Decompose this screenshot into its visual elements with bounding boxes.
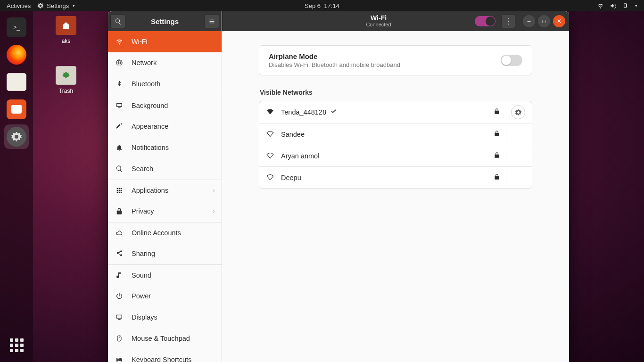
sidebar-item-search[interactable]: Search: [108, 158, 222, 180]
wifi-icon: [115, 38, 124, 45]
wifi-master-toggle[interactable]: [475, 16, 495, 26]
cloud-icon: [115, 229, 124, 237]
sidebar-item-network[interactable]: Network: [108, 52, 222, 74]
window-maximize-button[interactable]: □: [538, 15, 550, 27]
desktop-trash[interactable]: Trash: [47, 66, 85, 94]
sidebar-item-background[interactable]: Background: [108, 95, 222, 116]
airplane-mode-title: Airplane Mode: [269, 52, 400, 60]
sidebar-item-privacy[interactable]: Privacy›: [108, 201, 222, 222]
airplane-mode-toggle[interactable]: [501, 55, 522, 66]
settings-sidebar: Settings Wi-Fi Network Bluetooth Backgro…: [108, 11, 222, 362]
globe-icon: [115, 59, 124, 66]
chevron-right-icon: ›: [213, 207, 215, 215]
network-settings-button[interactable]: [511, 105, 525, 119]
sidebar-item-wifi[interactable]: Wi-Fi: [108, 31, 222, 52]
gnome-top-bar: Activities Settings ▾ Sep 6 17:14 ▾: [0, 0, 644, 11]
lock-icon: [494, 152, 500, 160]
network-row[interactable]: Aryan anmol: [259, 145, 532, 166]
volume-icon: [610, 2, 616, 9]
gear-icon: [37, 2, 44, 9]
connected-check-icon: [330, 107, 338, 117]
desktop-home-folder[interactable]: aks: [47, 16, 85, 44]
grid-icon: [115, 187, 124, 194]
sidebar-item-mouse[interactable]: Mouse & Touchpad: [108, 328, 222, 349]
network-row[interactable]: Deepu: [259, 166, 532, 188]
clock[interactable]: Sep 6 17:14: [305, 2, 339, 9]
sidebar-item-sharing[interactable]: Sharing: [108, 243, 222, 264]
lock-icon: [494, 108, 500, 116]
battery-icon: [622, 2, 628, 9]
sidebar-search-button[interactable]: [110, 14, 125, 28]
wifi-icon: [597, 2, 604, 9]
bluetooth-icon: [115, 80, 124, 88]
sidebar-item-appearance[interactable]: Appearance: [108, 116, 222, 137]
desktop-icon-label: aks: [62, 38, 71, 44]
mouse-icon: [115, 335, 124, 342]
lock-icon: [494, 173, 500, 182]
chevron-down-icon: ▾: [635, 3, 637, 8]
lock-icon: [115, 207, 124, 215]
sidebar-item-keyboard[interactable]: Keyboard Shortcuts: [108, 349, 222, 362]
sidebar-menu-button[interactable]: [204, 14, 219, 28]
power-icon: [115, 292, 124, 300]
sidebar-header: Settings: [108, 11, 222, 31]
note-icon: [115, 272, 124, 279]
network-name: Deepu: [281, 174, 301, 181]
sidebar-item-sound[interactable]: Sound: [108, 264, 222, 286]
dock-firefox[interactable]: [4, 42, 29, 67]
share-icon: [115, 250, 124, 257]
app-menu-label: Settings: [47, 2, 69, 9]
window-close-button[interactable]: ✕: [553, 15, 565, 27]
page-title: Wi-Fi: [282, 15, 475, 22]
sidebar-item-displays[interactable]: Displays: [108, 307, 222, 328]
signal-icon: [266, 107, 275, 117]
system-status-area[interactable]: ▾: [597, 2, 644, 9]
header-menu-button[interactable]: ⋮: [501, 14, 515, 28]
network-list: Tenda_448128SandeeAryan anmolDeepu: [259, 101, 532, 189]
chevron-right-icon: ›: [213, 187, 215, 194]
brush-icon: [115, 123, 124, 130]
window-minimize-button[interactable]: –: [523, 15, 535, 27]
network-name: Sandee: [281, 131, 305, 138]
sidebar-item-power[interactable]: Power: [108, 286, 222, 307]
desktop-icon-label: Trash: [59, 88, 73, 94]
sidebar-title: Settings: [128, 17, 202, 25]
network-name: Tenda_448128: [281, 108, 326, 116]
display-icon: [115, 102, 124, 109]
sidebar-item-notifications[interactable]: Notifications: [108, 137, 222, 158]
page-subtitle: Connected: [282, 22, 475, 28]
settings-content: Wi-Fi Connected ⋮ – □ ✕ Airplane Mode Di…: [222, 11, 569, 362]
dock-software[interactable]: [4, 97, 29, 122]
activities-button[interactable]: Activities: [7, 2, 31, 9]
app-menu[interactable]: Settings ▾: [37, 2, 75, 9]
lock-icon: [494, 130, 500, 139]
network-row[interactable]: Tenda_448128: [259, 101, 532, 123]
dock: >_: [0, 11, 33, 362]
display-icon: [115, 313, 124, 321]
show-applications[interactable]: [4, 333, 29, 357]
network-name: Aryan anmol: [281, 152, 319, 160]
content-header: Wi-Fi Connected ⋮ – □ ✕: [222, 11, 569, 31]
dock-files[interactable]: [4, 70, 29, 94]
dock-terminal[interactable]: >_: [4, 15, 29, 40]
dock-settings[interactable]: [4, 124, 29, 149]
search-icon: [115, 165, 124, 173]
signal-icon: [266, 151, 275, 161]
signal-icon: [266, 173, 275, 183]
chevron-down-icon: ▾: [73, 3, 75, 8]
sidebar-item-online-accounts[interactable]: Online Accounts: [108, 222, 222, 243]
bell-icon: [115, 144, 124, 151]
network-row[interactable]: Sandee: [259, 123, 532, 145]
sidebar-item-applications[interactable]: Applications›: [108, 180, 222, 201]
sidebar-list: Wi-Fi Network Bluetooth Background Appea…: [108, 31, 222, 362]
keyboard-icon: [115, 356, 124, 362]
settings-window: Settings Wi-Fi Network Bluetooth Backgro…: [108, 11, 569, 362]
airplane-mode-row: Airplane Mode Disables Wi-Fi, Bluetooth …: [259, 45, 532, 75]
sidebar-item-bluetooth[interactable]: Bluetooth: [108, 74, 222, 95]
signal-icon: [266, 129, 275, 140]
visible-networks-heading: Visible Networks: [260, 89, 531, 96]
airplane-mode-desc: Disables Wi-Fi, Bluetooth and mobile bro…: [269, 61, 400, 68]
